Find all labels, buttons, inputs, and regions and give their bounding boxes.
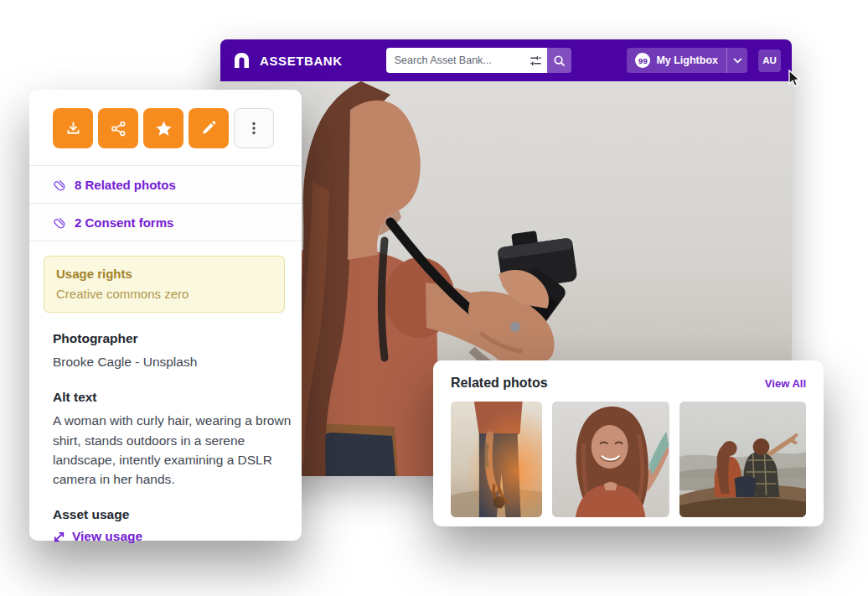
photographer-label: Photographer (53, 331, 278, 346)
top-bar-actions: 99 My Lightbox AU (627, 48, 781, 73)
related-photos-title: Related photos (451, 376, 548, 391)
star-icon (154, 119, 173, 138)
kebab-menu-icon (246, 121, 261, 136)
favourite-button[interactable] (143, 108, 183, 148)
photographer-value: Brooke Cagle - Unsplash (53, 352, 278, 371)
view-usage-link-label: View usage (72, 529, 142, 544)
view-all-link[interactable]: View All (765, 377, 806, 390)
thumbnail-3-illustration (679, 402, 806, 517)
alt-text-section: Alt text A woman with curly hair, wearin… (29, 390, 302, 489)
my-lightbox-main[interactable]: 99 My Lightbox (627, 53, 726, 68)
related-thumbnails (451, 402, 806, 517)
assetbank-logo (231, 50, 252, 71)
asset-toolbar (29, 90, 302, 165)
share-icon (110, 120, 127, 137)
share-button[interactable] (98, 108, 138, 148)
consent-forms-link[interactable]: 2 Consent forms (29, 204, 302, 241)
app-top-bar: ASSETBANK 99 (220, 39, 792, 81)
asset-details-panel: 8 Related photos 2 Consent forms Usage r… (29, 90, 302, 541)
asset-usage-section: Asset usage View usage (29, 507, 302, 544)
divider (29, 241, 302, 241)
related-photos-link-label: 8 Related photos (75, 178, 176, 192)
more-actions-button[interactable] (234, 108, 274, 148)
search-button[interactable] (547, 48, 571, 73)
related-thumbnail-1[interactable] (451, 402, 542, 517)
paperclip-icon (53, 215, 66, 229)
download-button[interactable] (53, 108, 93, 148)
search-icon (553, 54, 566, 67)
filter-sliders-icon[interactable] (525, 54, 547, 67)
download-icon (65, 120, 82, 137)
thumbnail-2-illustration (552, 402, 669, 517)
usage-rights-box: Usage rights Creative commons zero (44, 256, 285, 313)
my-lightbox-button[interactable]: 99 My Lightbox (627, 48, 747, 73)
thumbnail-1-illustration (451, 402, 542, 517)
lightbox-count-badge: 99 (635, 53, 650, 68)
search-input[interactable] (386, 48, 547, 73)
related-thumbnail-2[interactable] (552, 402, 669, 517)
usage-rights-value: Creative commons zero (56, 287, 272, 301)
search-bar (386, 48, 571, 73)
usage-rights-label: Usage rights (56, 267, 272, 281)
asset-usage-label: Asset usage (53, 507, 278, 522)
lightbox-label: My Lightbox (656, 54, 718, 66)
related-photos-card: Related photos View All (433, 360, 824, 526)
lightbox-dropdown-toggle[interactable] (727, 48, 747, 73)
related-photos-link[interactable]: 8 Related photos (29, 166, 302, 203)
assetbank-brand[interactable]: ASSETBANK (231, 50, 343, 71)
alt-text-label: Alt text (53, 390, 278, 405)
photographer-section: Photographer Brooke Cagle - Unsplash (29, 331, 302, 371)
locale-button[interactable]: AU (758, 49, 781, 72)
alt-text-value: A woman with curly hair, wearing a brown… (53, 411, 294, 489)
page: ASSETBANK 99 (0, 0, 868, 596)
related-photos-header: Related photos View All (451, 376, 806, 391)
view-usage-link[interactable]: View usage (53, 529, 278, 544)
chevron-down-icon (733, 58, 742, 64)
brand-name: ASSETBANK (260, 54, 343, 68)
consent-forms-link-label: 2 Consent forms (75, 215, 173, 230)
paperclip-icon (53, 178, 66, 191)
edit-icon (200, 120, 217, 137)
edit-button[interactable] (189, 108, 229, 148)
expand-arrow-icon (53, 531, 65, 543)
related-thumbnail-3[interactable] (679, 402, 806, 517)
